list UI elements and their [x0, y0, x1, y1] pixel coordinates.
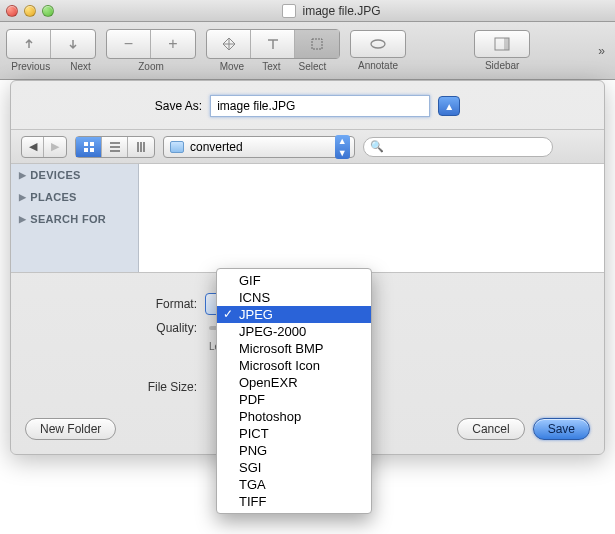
cancel-button[interactable]: Cancel	[457, 418, 524, 440]
folder-icon	[170, 141, 184, 153]
annotate-button[interactable]	[350, 30, 406, 58]
move-label: Move	[220, 61, 244, 72]
tool-segment	[206, 29, 340, 59]
format-option[interactable]: Microsoft BMP	[217, 340, 371, 357]
save-button[interactable]: Save	[533, 418, 590, 440]
back-button[interactable]: ◀	[22, 137, 44, 157]
select-tool-button[interactable]	[295, 30, 339, 58]
svg-rect-4	[84, 142, 88, 146]
format-option[interactable]: GIF	[217, 272, 371, 289]
next-button[interactable]	[51, 30, 95, 58]
select-label: Select	[299, 61, 327, 72]
filesize-label: File Size:	[27, 380, 197, 394]
annotate-label: Annotate	[358, 60, 398, 71]
popup-arrows-icon: ▲▼	[335, 135, 350, 159]
view-mode-segment	[75, 136, 155, 158]
search-field[interactable]: 🔍	[363, 137, 553, 157]
text-label: Text	[262, 61, 280, 72]
file-browser: ◀ ▶ converted ▲▼ 🔍 ▶DEVICES ▶PL	[11, 129, 604, 273]
format-option[interactable]: Photoshop	[217, 408, 371, 425]
window-titlebar: image file.JPG	[0, 0, 615, 22]
search-icon: 🔍	[370, 140, 384, 153]
previous-button[interactable]	[7, 30, 51, 58]
disclosure-triangle-icon: ▶	[19, 214, 26, 224]
history-nav: ◀ ▶	[21, 136, 67, 158]
svg-rect-3	[504, 38, 509, 50]
quality-label: Quality:	[27, 321, 197, 335]
folder-popup[interactable]: converted ▲▼	[163, 136, 355, 158]
column-view-button[interactable]	[128, 137, 154, 157]
folder-name: converted	[190, 140, 243, 154]
format-option[interactable]: OpenEXR	[217, 374, 371, 391]
format-option[interactable]: PNG	[217, 442, 371, 459]
browser-sidebar: ▶DEVICES ▶PLACES ▶SEARCH FOR	[11, 164, 139, 272]
svg-rect-6	[84, 148, 88, 152]
move-tool-button[interactable]	[207, 30, 251, 58]
zoom-out-button[interactable]: −	[107, 30, 151, 58]
icon-view-button[interactable]	[76, 137, 102, 157]
format-option[interactable]: Microsoft Icon	[217, 357, 371, 374]
format-option[interactable]: TIFF	[217, 493, 371, 510]
forward-button[interactable]: ▶	[44, 137, 66, 157]
format-option[interactable]: JPEG-2000	[217, 323, 371, 340]
format-label: Format:	[27, 297, 197, 311]
zoom-label: Zoom	[138, 61, 164, 72]
svg-rect-7	[90, 148, 94, 152]
main-toolbar: Previous Next − + Zoom Move Text Select …	[0, 22, 615, 80]
previous-label: Previous	[11, 61, 50, 72]
document-proxy-icon	[282, 4, 296, 18]
window-title: image file.JPG	[302, 4, 380, 18]
format-option[interactable]: JPEG	[217, 306, 371, 323]
nav-segment	[6, 29, 96, 59]
zoom-segment: − +	[106, 29, 196, 59]
svg-rect-5	[90, 142, 94, 146]
sidebar-label: Sidebar	[485, 60, 519, 71]
svg-point-1	[371, 40, 385, 48]
format-option[interactable]: SGI	[217, 459, 371, 476]
format-option[interactable]: PICT	[217, 425, 371, 442]
sidebar-search-for[interactable]: ▶SEARCH FOR	[11, 208, 138, 230]
next-label: Next	[70, 61, 91, 72]
text-tool-button[interactable]	[251, 30, 295, 58]
list-view-button[interactable]	[102, 137, 128, 157]
format-option[interactable]: PDF	[217, 391, 371, 408]
zoom-in-button[interactable]: +	[151, 30, 195, 58]
minimize-button[interactable]	[24, 5, 36, 17]
zoom-button[interactable]	[42, 5, 54, 17]
close-button[interactable]	[6, 5, 18, 17]
new-folder-button[interactable]: New Folder	[25, 418, 116, 440]
save-as-input[interactable]	[210, 95, 430, 117]
save-as-label: Save As:	[155, 99, 202, 113]
sidebar-places[interactable]: ▶PLACES	[11, 186, 138, 208]
format-option[interactable]: TGA	[217, 476, 371, 493]
sidebar-devices[interactable]: ▶DEVICES	[11, 164, 138, 186]
sidebar-button[interactable]	[474, 30, 530, 58]
format-dropdown-menu[interactable]: GIFICNSJPEGJPEG-2000Microsoft BMPMicroso…	[216, 268, 372, 514]
collapse-sheet-button[interactable]: ▲	[438, 96, 460, 116]
file-list[interactable]	[139, 164, 604, 272]
window-controls	[6, 5, 54, 17]
svg-rect-0	[312, 39, 322, 49]
format-option[interactable]: ICNS	[217, 289, 371, 306]
toolbar-overflow-icon[interactable]: »	[598, 44, 609, 58]
disclosure-triangle-icon: ▶	[19, 170, 26, 180]
disclosure-triangle-icon: ▶	[19, 192, 26, 202]
